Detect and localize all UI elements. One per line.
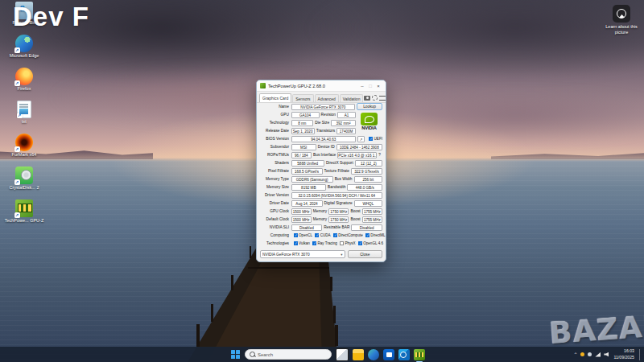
desktop-icon-gpuz[interactable]: TechPowe... GPU-Z: [2, 200, 47, 230]
tray-app-icon[interactable]: [588, 352, 592, 356]
opencl-checkbox[interactable]: OpenCL: [294, 233, 313, 237]
field-value: 1500 MHz: [291, 216, 312, 223]
nvidia-eye-icon: [361, 113, 378, 125]
gpuz-row: Memory TypeGDDR6 (Samsung)Bus Width256 b…: [260, 175, 382, 183]
tab-sensors[interactable]: Sensors: [292, 94, 313, 102]
field-label: Computing: [260, 233, 291, 237]
field-value: PCIe x16 4.0 @ x16 1.1: [337, 152, 377, 158]
clock-time: 16:03: [613, 348, 634, 354]
directml-checkbox[interactable]: DirectML: [365, 233, 386, 237]
pier-post: [231, 275, 233, 290]
checkbox-label: Vulkan: [299, 241, 310, 245]
file-explorer-icon[interactable]: [353, 349, 364, 360]
raytracing-checkbox[interactable]: Ray Tracing: [312, 241, 337, 245]
gpuz-bottom-bar: NVIDIA GeForce RTX 3070 ▾ Close: [260, 250, 382, 258]
desktop-icon-label: FurMark x64: [2, 152, 47, 158]
physx-checkbox[interactable]: PhysX: [340, 241, 356, 245]
menu-icon[interactable]: [379, 96, 386, 101]
checkbox-label: PhysX: [345, 241, 355, 245]
edge-icon: [15, 35, 33, 52]
field-value: GA104: [291, 112, 320, 118]
search-box[interactable]: Search: [245, 349, 332, 360]
volume-icon[interactable]: [604, 352, 609, 357]
field-value: 5888 Unified: [291, 160, 324, 167]
taskbar-clock[interactable]: 16:03 11/09/2025: [613, 348, 634, 360]
vulkan-checkbox[interactable]: Vulkan: [294, 241, 310, 245]
field-label: Name: [260, 105, 291, 109]
uefi-checkbox[interactable]: UEFI: [369, 137, 382, 141]
pier-post: [335, 325, 338, 346]
firefox-icon: [15, 68, 33, 85]
field-label: Device ID: [316, 145, 336, 149]
field-label: Transistors: [315, 129, 337, 133]
tray-app-icon[interactable]: [580, 352, 584, 356]
maximize-button: □: [366, 81, 374, 91]
desktop-icon-list: Recycle BinMicrosoft EdgeFirefoxtxtFurMa…: [2, 2, 47, 232]
shortcut-arrow-icon: [14, 47, 20, 53]
picture-info-icon[interactable]: [613, 5, 630, 23]
opengl-checkbox[interactable]: OpenGL 4.6: [358, 241, 383, 245]
field-label: Technologies: [260, 241, 291, 245]
tab-graphics-card[interactable]: Graphics Card: [259, 93, 291, 102]
shortcut-arrow-icon: [17, 113, 23, 118]
gpu-selector-dropdown[interactable]: NVIDIA GeForce RTX 3070 ▾: [260, 250, 345, 258]
shortcut-arrow-icon: [14, 212, 20, 218]
tab-advanced[interactable]: Advanced: [315, 94, 339, 102]
network-icon[interactable]: [595, 352, 601, 357]
pier-post: [248, 267, 329, 269]
edge-taskbar-icon[interactable]: [368, 349, 379, 360]
pier-post: [330, 277, 332, 291]
desktop-icon-firefox[interactable]: Firefox: [2, 68, 47, 98]
cuda-checkbox[interactable]: CUDA: [315, 233, 331, 237]
desktop-icon-label: txt: [2, 119, 47, 125]
share-icon[interactable]: ↗: [357, 136, 365, 142]
show-desktop-button[interactable]: [639, 349, 642, 360]
field-value: 1750 MHz: [328, 216, 349, 223]
field-label: Technology: [260, 121, 291, 125]
checkbox-box: [315, 233, 319, 237]
close-button[interactable]: Close: [348, 250, 382, 258]
desktop-icon-crystaldisk[interactable]: CrystalDisk... 2: [2, 167, 47, 197]
gear-icon[interactable]: [372, 95, 378, 101]
taskbar: Search ⌃ 16:03 11/09/2025: [0, 347, 644, 362]
tab-validation[interactable]: Validation: [340, 94, 364, 102]
tray-chevron-icon[interactable]: ⌃: [573, 352, 577, 357]
system-tray: ⌃ 16:03 11/09/2025: [573, 347, 642, 362]
desktop-icon-txt[interactable]: txt: [2, 101, 47, 131]
outlook-icon[interactable]: [398, 349, 410, 360]
field-label: Driver Date: [260, 201, 291, 205]
gpuz-row: Pixel Fillrate168.5 GPixel/sTexture Fill…: [260, 167, 382, 175]
gpuz-row: NVIDIA SLIDisabledResizable BARDisabled: [260, 224, 382, 231]
directcompute-checkbox[interactable]: DirectCompute: [333, 233, 363, 237]
task-view-button[interactable]: [336, 348, 349, 361]
field-label: Bus Interface: [312, 153, 337, 157]
field-value: 32.0.15.6094 (NVIDIA 560.94) DCH / Win11…: [291, 192, 383, 199]
checkbox-box: [365, 233, 369, 237]
field-label: Boost: [349, 209, 361, 213]
nvidia-wordmark: NVIDIA: [357, 125, 382, 130]
field-value: 96 / 184: [291, 152, 312, 158]
field-value: GDDR6 (Samsung): [291, 176, 333, 183]
checkbox-box: [340, 241, 344, 245]
field-label: Driver Version: [260, 193, 291, 197]
store-icon[interactable]: [383, 349, 394, 360]
desktop-icon-furmark[interactable]: FurMark x64: [2, 134, 47, 164]
minimize-button[interactable]: –: [358, 81, 366, 91]
search-icon: [250, 352, 255, 357]
checkbox-label: DirectCompute: [338, 233, 363, 237]
lookup-button[interactable]: Lookup: [357, 103, 382, 110]
chevron-down-icon: ▾: [341, 251, 342, 258]
camera-icon[interactable]: [364, 96, 370, 101]
gpuz-row: NameNVIDIA GeForce RTX 3070Lookup: [260, 103, 382, 110]
desktop: Dev F Learn about this picture BAZAR Rec…: [0, 0, 644, 362]
checkbox-label: OpenGL 4.6: [363, 241, 383, 245]
field-label: GPU: [260, 113, 291, 117]
start-button[interactable]: [231, 350, 241, 360]
gpuz-taskbar-icon[interactable]: [414, 349, 425, 360]
close-window-button[interactable]: ×: [374, 81, 382, 91]
learn-about-picture[interactable]: Learn about this picture: [599, 5, 644, 35]
gpuz-titlebar[interactable]: TechPowerUp GPU-Z 2.68.0 – □ ×: [257, 80, 386, 92]
desktop-icon-edge[interactable]: Microsoft Edge: [2, 35, 47, 65]
checkbox-box: [358, 241, 362, 245]
gpuz-icon: [15, 200, 33, 217]
